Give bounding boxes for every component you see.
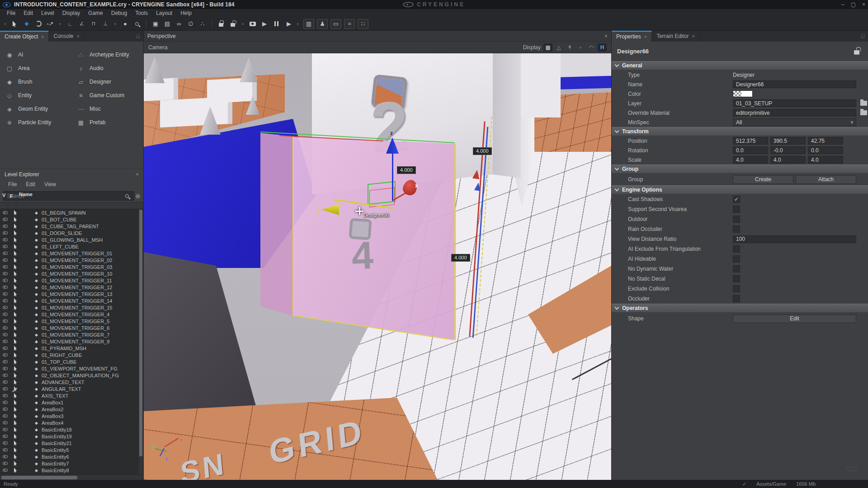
- visibility-eye-icon[interactable]: [3, 455, 8, 458]
- checkbox[interactable]: [733, 255, 740, 263]
- selected-designer-box-front[interactable]: [293, 134, 456, 340]
- scrollbar-thumb[interactable]: [1, 476, 77, 479]
- visibility-eye-icon[interactable]: [3, 421, 8, 424]
- checkbox[interactable]: [733, 265, 740, 272]
- level-explorer-row[interactable]: ◆ 01_BOT_CUBE: [0, 216, 138, 223]
- level-explorer-row[interactable]: ◆ 01_MOVEMENT_TRIGGER_10: [0, 270, 138, 277]
- visibility-eye-icon[interactable]: [3, 306, 8, 309]
- copy-icon[interactable]: ▣: [151, 19, 160, 29]
- helpers-toggle-button[interactable]: H: [598, 43, 607, 52]
- level-explorer-row[interactable]: ◆ 02_OBJECT_MANIPULATION_FG: [0, 372, 138, 379]
- selectable-cursor-icon[interactable]: [14, 230, 18, 235]
- lock-icon[interactable]: [216, 19, 226, 29]
- selectable-cursor-icon[interactable]: [14, 434, 18, 439]
- snap-pivot-icon[interactable]: ⊥: [100, 19, 110, 29]
- create-item-particle-entity[interactable]: ※ Particle Entity: [5, 116, 77, 129]
- level-explorer-row[interactable]: ◆ BasicEntity18: [0, 426, 138, 433]
- close-icon[interactable]: ×: [41, 34, 44, 39]
- visibility-eye-icon[interactable]: [3, 408, 8, 411]
- camera-icon[interactable]: [248, 19, 258, 29]
- selected-designer-box-side[interactable]: [260, 130, 294, 316]
- unlink-icon[interactable]: ∅: [186, 19, 196, 29]
- visibility-eye-icon[interactable]: [3, 428, 8, 431]
- horizontal-scrollbar[interactable]: [0, 474, 143, 480]
- level-explorer-row[interactable]: ◆ 01_MOVEMENT_TRIGGER_11: [0, 277, 138, 284]
- rotate-tool-icon[interactable]: [33, 19, 43, 29]
- position-z-field[interactable]: [808, 137, 843, 145]
- selectable-cursor-icon[interactable]: [14, 264, 18, 269]
- visibility-eye-icon[interactable]: [3, 258, 8, 262]
- panel-options-icon[interactable]: □: [861, 33, 864, 39]
- rotation-y-field[interactable]: [770, 146, 806, 154]
- selectable-cursor-icon[interactable]: [14, 468, 18, 473]
- level-explorer-row[interactable]: ◆ 01_MOVEMENT_TRIGGER_13: [0, 291, 138, 297]
- selectable-cursor-icon[interactable]: [14, 447, 18, 452]
- level-explorer-row[interactable]: ◆ AreaBox2: [0, 406, 138, 413]
- visibility-eye-icon[interactable]: [3, 394, 8, 397]
- folder-icon[interactable]: [860, 101, 867, 106]
- level-explorer-row[interactable]: ◆ ANGULAR_TEXT: [0, 385, 138, 392]
- camera-menu[interactable]: Camera: [148, 44, 168, 51]
- visibility-eye-icon[interactable]: [3, 245, 8, 248]
- selectable-cursor-icon[interactable]: [14, 386, 18, 391]
- selectable-cursor-icon[interactable]: [14, 373, 18, 378]
- group-attach-button[interactable]: Attach: [796, 175, 856, 184]
- level-explorer-row[interactable]: ◆ 01_RIGHT_CUBE: [0, 352, 138, 358]
- selectable-cursor-icon[interactable]: [14, 210, 18, 215]
- visibility-eye-icon[interactable]: [3, 462, 8, 465]
- level-explorer-row[interactable]: ◆ AreaBox1: [0, 399, 138, 406]
- menu-item[interactable]: File: [3, 10, 19, 16]
- nav-agent-icon[interactable]: ↟: [565, 43, 574, 52]
- scale-x-field[interactable]: [733, 156, 768, 164]
- selectable-cursor-icon[interactable]: [14, 346, 18, 351]
- selectable-cursor-icon[interactable]: [14, 291, 18, 296]
- level-explorer-row[interactable]: ◆ 01_TOP_CUBE: [0, 358, 138, 365]
- panel-options-icon[interactable]: □: [137, 33, 140, 39]
- character-tool-icon[interactable]: ♟: [317, 19, 328, 29]
- visibility-eye-icon[interactable]: [3, 353, 8, 357]
- maximize-button[interactable]: ▢: [851, 1, 856, 8]
- visibility-eye-icon[interactable]: [3, 435, 8, 438]
- selectable-cursor-icon[interactable]: [14, 217, 18, 222]
- snap-face-icon[interactable]: ⊓: [89, 19, 99, 29]
- visibility-eye-icon[interactable]: [3, 231, 8, 235]
- checkbox[interactable]: [733, 245, 740, 253]
- display-menu[interactable]: Display: [523, 44, 541, 51]
- terrain-tool-icon[interactable]: ≈: [344, 19, 355, 29]
- level-explorer-row[interactable]: ◆ 01_VIEWPORT_MOVEMENT_FG: [0, 365, 138, 372]
- selectable-cursor-icon[interactable]: [14, 298, 18, 303]
- level-explorer-row[interactable]: ◆ 01_DOOR_SLIDE: [0, 230, 138, 236]
- checkbox[interactable]: ✓: [733, 196, 740, 203]
- level-explorer-row[interactable]: ◆ 01_MOVEMENT_TRIGGER_03: [0, 263, 138, 270]
- snap-edge-icon[interactable]: ∠: [77, 19, 87, 29]
- checkbox[interactable]: [733, 206, 740, 213]
- move-tool-icon[interactable]: +: [22, 19, 32, 29]
- level-explorer-row[interactable]: ◆ AXIS_TEXT: [0, 392, 138, 399]
- selectable-cursor-icon[interactable]: [14, 271, 18, 276]
- selectable-cursor-icon[interactable]: [14, 237, 18, 242]
- create-item-ai[interactable]: ◉ AI: [5, 48, 77, 61]
- geometry-tool-icon[interactable]: ●: [120, 19, 130, 29]
- close-icon[interactable]: ×: [77, 33, 80, 39]
- section-operators[interactable]: Operators: [612, 304, 868, 313]
- checkbox[interactable]: [733, 225, 740, 233]
- viewport-canvas[interactable]: GRID SN 2 4: [144, 53, 611, 480]
- override-material-field[interactable]: [733, 109, 856, 117]
- level-explorer-row[interactable]: ◆ AreaBox3: [0, 413, 138, 419]
- selectable-cursor-icon[interactable]: [14, 224, 18, 229]
- visibility-eye-icon[interactable]: [3, 448, 8, 451]
- selectable-cursor-icon[interactable]: [14, 400, 18, 405]
- visibility-eye-icon[interactable]: [3, 252, 8, 255]
- level-explorer-row[interactable]: ◆ BasicEntity6: [0, 453, 138, 460]
- level-explorer-row[interactable]: ◆ BasicEntity5: [0, 446, 138, 453]
- visibility-eye-icon[interactable]: [3, 367, 8, 370]
- rotation-x-field[interactable]: [733, 146, 768, 154]
- level-explorer-row[interactable]: ◆ 01_CUBE_TAG_PARENT: [0, 223, 138, 230]
- visibility-eye-icon[interactable]: [3, 218, 8, 221]
- visibility-eye-icon[interactable]: [3, 414, 8, 418]
- visibility-eye-icon[interactable]: [3, 326, 8, 329]
- visibility-eye-icon[interactable]: [3, 347, 8, 350]
- level-explorer-menu-item[interactable]: Edit: [21, 181, 40, 188]
- layout-window-icon[interactable]: ▥: [303, 19, 314, 29]
- unlock-icon[interactable]: [854, 50, 859, 55]
